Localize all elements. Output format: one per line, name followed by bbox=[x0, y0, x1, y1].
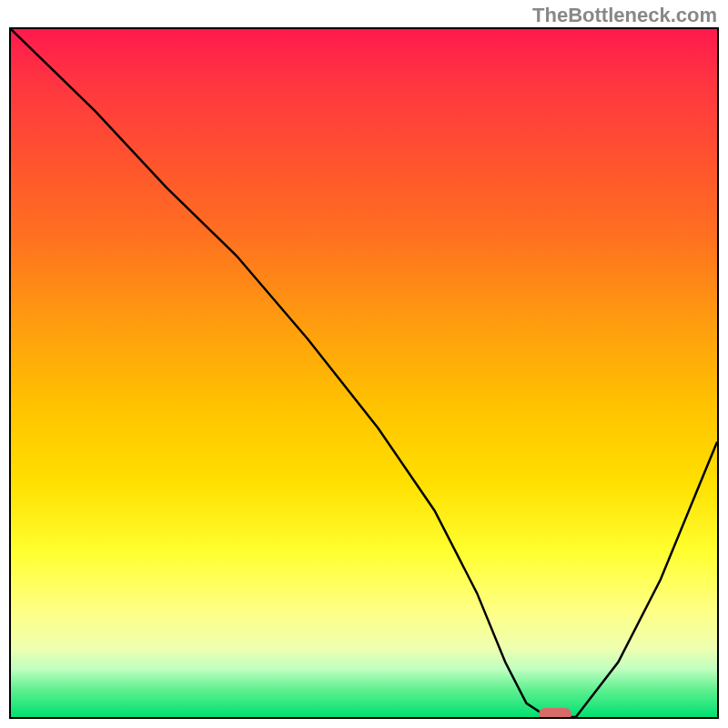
watermark-text: TheBottleneck.com bbox=[532, 4, 717, 27]
bottleneck-curve bbox=[11, 29, 717, 717]
optimal-point-marker bbox=[539, 708, 571, 719]
chart-frame bbox=[9, 27, 719, 719]
